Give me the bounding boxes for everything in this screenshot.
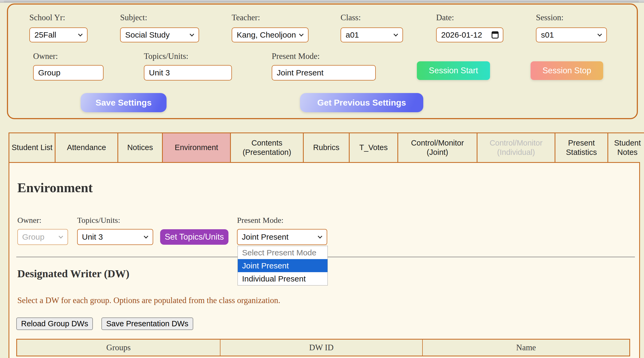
scrollbar-thumb[interactable] [4, 1, 639, 2]
chevron-down-icon [144, 234, 148, 239]
class-select[interactable]: a01 [341, 27, 403, 42]
chevron-down-icon [299, 32, 304, 37]
save-presentation-dws-button[interactable]: Save Presentation DWs [101, 317, 193, 330]
designated-writer-title: Designated Writer (DW) [17, 267, 129, 280]
chevron-down-icon [78, 32, 83, 37]
dw-table-header-name: Name [422, 340, 629, 356]
owner-input[interactable]: Group [33, 65, 104, 81]
tab-bar: Student List Attendance Notices Environm… [9, 132, 644, 162]
school-yr-value: 25Fall [34, 30, 56, 39]
owner-label: Owner: [33, 51, 58, 61]
school-yr-select[interactable]: 25Fall [29, 27, 88, 42]
dw-table-header-groups: Groups [17, 340, 220, 356]
save-settings-button[interactable]: Save Settings [81, 93, 167, 112]
calendar-icon[interactable] [492, 31, 499, 39]
dropdown-option-select-present-mode[interactable]: Select Present Mode [238, 246, 327, 259]
env-owner-select: Group [17, 229, 68, 245]
env-topics-label: Topics/Units: [77, 216, 120, 225]
chevron-down-icon [59, 234, 63, 239]
session-label: Session: [536, 13, 563, 22]
env-topics-value: Unit 3 [82, 232, 103, 242]
present-mode-label: Present Mode: [272, 51, 320, 61]
horizontal-scrollbar[interactable] [0, 0, 644, 3]
subject-select[interactable]: Social Study [120, 27, 199, 42]
topics-units-label: Topics/Units: [144, 51, 188, 61]
reload-group-dws-button[interactable]: Reload Group DWs [16, 317, 93, 330]
tab-student-notes[interactable]: Student Notes [607, 132, 644, 162]
tab-environment[interactable]: Environment [162, 132, 231, 162]
session-stop-button[interactable]: Session Stop [531, 61, 603, 80]
env-present-mode-value: Joint Present [242, 232, 289, 242]
class-label: Class: [341, 13, 361, 22]
tab-control-monitor-joint[interactable]: Control/Monitor (Joint) [397, 132, 477, 162]
school-yr-label: School Yr: [29, 13, 65, 22]
dropdown-option-joint-present[interactable]: Joint Present [238, 259, 327, 272]
owner-value: Group [38, 68, 60, 77]
set-topics-units-button[interactable]: Set Topics/Units [160, 229, 228, 245]
environment-title: Environment [17, 180, 93, 195]
subject-value: Social Study [125, 30, 170, 39]
subject-label: Subject: [120, 13, 147, 22]
teacher-value: Kang, Cheoljoon [237, 30, 296, 39]
app-screen: School Yr: 25Fall Subject: Social Study … [0, 0, 644, 358]
tab-control-monitor-individual[interactable]: Control/Monitor (Individual) [477, 132, 555, 162]
chevron-down-icon [318, 234, 322, 239]
teacher-select[interactable]: Kang, Cheoljoon [232, 27, 309, 42]
session-value: s01 [541, 30, 554, 39]
dw-table: Groups DW ID Name [16, 339, 630, 356]
chevron-down-icon [190, 32, 194, 37]
date-input[interactable]: 2026-01-12 [436, 27, 503, 42]
chevron-down-icon [598, 32, 602, 37]
tab-rubrics[interactable]: Rubrics [303, 132, 350, 162]
designated-writer-description: Select a DW for each group. Options are … [17, 296, 280, 305]
env-owner-value: Group [22, 232, 44, 242]
dw-table-header-dw-id: DW ID [220, 340, 422, 356]
env-present-mode-label: Present Mode: [237, 216, 283, 225]
session-settings-panel: School Yr: 25Fall Subject: Social Study … [7, 3, 638, 119]
chevron-down-icon [394, 32, 398, 37]
tab-contents-presentation[interactable]: Contents (Presentation) [230, 132, 304, 162]
session-start-button[interactable]: Session Start [417, 61, 490, 80]
date-value: 2026-01-12 [441, 30, 482, 39]
tab-present-statistics[interactable]: Present Statistics [555, 132, 608, 162]
session-select[interactable]: s01 [536, 27, 607, 42]
env-topics-select[interactable]: Unit 3 [77, 229, 153, 245]
environment-tab-panel: Environment Owner: Group Topics/Units: U… [9, 162, 640, 358]
present-mode-dropdown-list: Select Present Mode Joint Present Indivi… [238, 246, 328, 285]
dropdown-option-individual-present[interactable]: Individual Present [238, 272, 327, 285]
present-mode-input[interactable]: Joint Present [272, 65, 376, 81]
tab-student-list[interactable]: Student List [9, 132, 56, 162]
tab-attendance[interactable]: Attendance [55, 132, 118, 162]
teacher-label: Teacher: [232, 13, 260, 22]
class-value: a01 [346, 30, 359, 39]
date-label: Date: [436, 13, 454, 22]
tab-notices[interactable]: Notices [117, 132, 163, 162]
present-mode-value: Joint Present [277, 68, 323, 77]
topics-units-input[interactable]: Unit 3 [144, 65, 232, 81]
get-previous-settings-button[interactable]: Get Previous Settings [300, 93, 423, 112]
tab-t-votes[interactable]: T_Votes [349, 132, 398, 162]
env-owner-label: Owner: [17, 216, 41, 225]
env-present-mode-select[interactable]: Joint Present [237, 229, 327, 245]
topics-units-value: Unit 3 [149, 68, 170, 77]
